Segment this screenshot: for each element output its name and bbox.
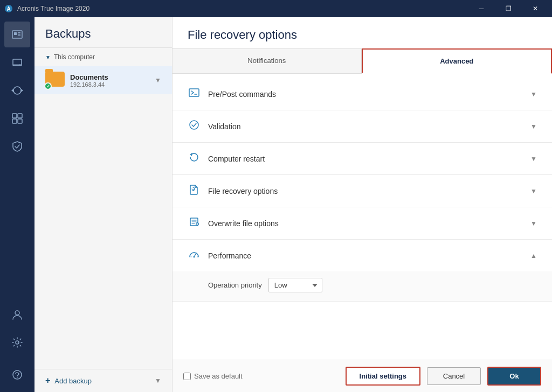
accordion-performance-header[interactable]: Performance ▲	[172, 240, 552, 271]
accordion-validation-header[interactable]: Validation ▼	[172, 110, 552, 142]
accordion-pre-post: Pre/Post commands ▼	[172, 78, 552, 110]
save-default-label: Save as default	[194, 372, 243, 380]
section-header: ▼ This computer	[34, 48, 172, 66]
pre-post-label: Pre/Post commands	[208, 90, 523, 99]
accordion-file-recovery: File recovery options ▼	[172, 175, 552, 207]
add-backup-button[interactable]: + Add backup ▼	[34, 369, 172, 392]
sidebar-item-shield[interactable]	[4, 134, 30, 159]
cancel-button[interactable]: Cancel	[427, 367, 481, 385]
backup-info: Documents 192.168.3.44	[70, 73, 149, 88]
sidebar-item-disk[interactable]	[4, 50, 30, 75]
accordion-overwrite: Overwrite file options ▼	[172, 207, 552, 240]
accordion-performance: Performance ▲ Operation priority Low Nor…	[172, 240, 552, 302]
svg-point-8	[19, 65, 20, 66]
maximize-button[interactable]: ❐	[496, 0, 521, 17]
performance-icon	[188, 248, 201, 263]
sidebar-item-tools[interactable]	[4, 106, 30, 131]
minimize-button[interactable]: ─	[469, 0, 494, 17]
svg-point-15	[15, 311, 19, 315]
left-panel: Backups ▼ This computer ✓ Documents 192.…	[34, 17, 172, 392]
accordion-restart: Computer restart ▼	[172, 143, 552, 175]
overwrite-icon	[188, 216, 201, 230]
settings-sidebar-icon	[11, 337, 23, 348]
app-title: Acronis True Image 2020	[17, 5, 469, 12]
user-sidebar-icon	[11, 309, 23, 320]
restart-label: Computer restart	[208, 155, 523, 163]
initial-settings-button[interactable]: Initial settings	[346, 367, 420, 386]
add-backup-label: Add backup	[54, 377, 92, 385]
restart-chevron-icon: ▼	[530, 155, 537, 163]
tab-notifications[interactable]: Notifications	[172, 48, 362, 73]
svg-rect-5	[18, 34, 20, 36]
app-icon: A	[4, 4, 13, 13]
overwrite-label: Overwrite file options	[208, 219, 523, 228]
close-button[interactable]: ✕	[523, 0, 548, 17]
svg-rect-14	[18, 119, 22, 123]
performance-chevron-icon: ▲	[530, 252, 537, 260]
sidebar-icons	[0, 17, 34, 392]
save-default-wrap: Save as default	[183, 372, 243, 380]
folder-icon-wrap: ✓	[45, 72, 65, 89]
accordion-pre-post-header[interactable]: Pre/Post commands ▼	[172, 78, 552, 110]
window-controls: ─ ❐ ✕	[469, 0, 548, 17]
file-recovery-icon	[188, 184, 201, 198]
overwrite-chevron-icon: ▼	[530, 220, 537, 227]
backup-status-icon: ✓	[44, 82, 52, 90]
restart-icon	[188, 151, 201, 166]
svg-rect-12	[18, 114, 22, 118]
validation-chevron-icon: ▼	[530, 123, 537, 130]
svg-point-16	[16, 341, 19, 344]
file-recovery-chevron-icon: ▼	[530, 187, 537, 195]
pre-post-chevron-icon: ▼	[530, 90, 537, 98]
sidebar-item-user[interactable]	[4, 302, 30, 327]
svg-rect-13	[12, 119, 17, 123]
accordion-file-recovery-header[interactable]: File recovery options ▼	[172, 175, 552, 207]
svg-rect-4	[18, 32, 20, 33]
file-recovery-label: File recovery options	[208, 187, 523, 195]
accordion-validation: Validation ▼	[172, 110, 552, 143]
svg-point-23	[194, 256, 195, 258]
backup-item-documents[interactable]: ✓ Documents 192.168.3.44 ▼	[34, 66, 172, 94]
performance-label: Performance	[208, 251, 523, 260]
validation-icon	[188, 119, 201, 134]
backup-name: Documents	[70, 73, 149, 81]
left-panel-title: Backups	[34, 17, 172, 48]
backup-ip: 192.168.3.44	[70, 81, 149, 88]
main-content: File recovery options Notifications Adva…	[172, 17, 552, 392]
svg-marker-10	[11, 89, 13, 92]
backup-sidebar-icon	[11, 29, 23, 40]
accordion-overwrite-header[interactable]: Overwrite file options ▼	[172, 207, 552, 239]
svg-rect-11	[12, 114, 17, 118]
sidebar-item-backup[interactable]	[4, 22, 30, 47]
sidebar-item-help[interactable]	[4, 362, 30, 388]
accordion-area: Pre/Post commands ▼ Validation ▼	[172, 74, 552, 360]
svg-point-18	[17, 377, 18, 378]
tab-bar: Notifications Advanced	[172, 48, 552, 74]
priority-label: Operation priority	[208, 281, 262, 289]
tab-advanced[interactable]: Advanced	[362, 48, 553, 74]
svg-text:A: A	[6, 6, 10, 12]
sidebar-item-settings[interactable]	[4, 330, 30, 355]
disk-sidebar-icon	[11, 57, 23, 68]
priority-select[interactable]: Low Normal High	[268, 278, 322, 292]
backup-chevron-icon: ▼	[155, 76, 161, 84]
svg-marker-9	[21, 89, 23, 92]
svg-rect-2	[12, 31, 22, 38]
section-header-label: This computer	[54, 53, 95, 61]
accordion-restart-header[interactable]: Computer restart ▼	[172, 143, 552, 174]
shield-sidebar-icon	[11, 141, 23, 152]
sidebar-item-sync[interactable]	[4, 78, 30, 103]
footer: Save as default Initial settings Cancel …	[172, 360, 552, 392]
performance-body: Operation priority Low Normal High	[172, 271, 552, 301]
add-icon: +	[45, 376, 50, 386]
save-default-checkbox[interactable]	[183, 373, 191, 380]
svg-point-20	[190, 121, 198, 129]
svg-rect-3	[14, 32, 17, 35]
sync-sidebar-icon	[11, 85, 23, 96]
ok-button[interactable]: Ok	[487, 367, 541, 386]
page-title: File recovery options	[172, 17, 552, 42]
app-body: Backups ▼ This computer ✓ Documents 192.…	[0, 17, 552, 392]
pre-post-icon	[188, 87, 201, 101]
priority-field-row: Operation priority Low Normal High	[208, 278, 537, 292]
left-panel-spacer	[34, 94, 172, 369]
